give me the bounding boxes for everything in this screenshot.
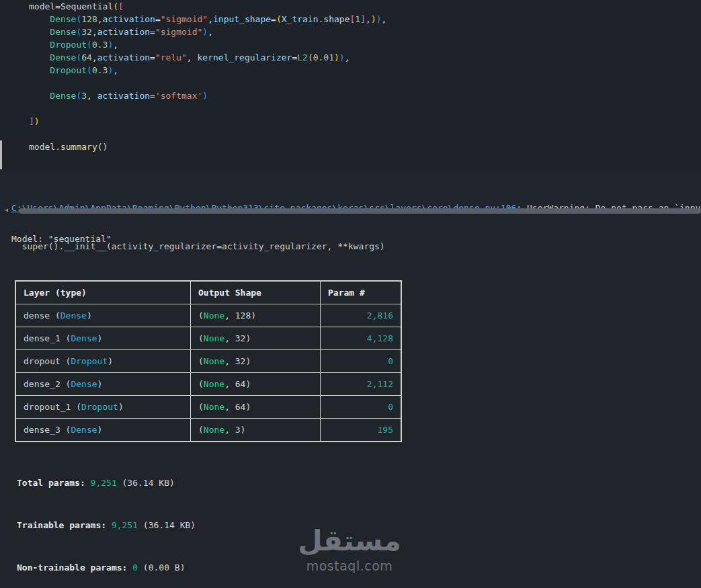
table-row: dense (Dense)(None, 128)2,816	[15, 304, 401, 327]
header-param-count: Param #	[321, 281, 402, 304]
param-count-cell: 195	[321, 419, 402, 442]
nontrainable-params-label: Non-trainable params:	[17, 562, 132, 573]
trainable-params-size: (36.14 KB)	[138, 520, 196, 530]
watermark-arabic-logo: مستقل	[276, 523, 423, 558]
code-line: Dropout(0.3),	[29, 64, 701, 77]
warning-output: C:\Users\Admin\AppData\Roaming\Python\Py…	[11, 176, 701, 278]
code-line: model=Sequential([	[29, 0, 701, 13]
header-layer-type: Layer (type)	[15, 281, 191, 304]
output-shape-cell: (None, 128)	[191, 304, 321, 327]
code-line: model.summary()	[29, 140, 701, 153]
code-line: Dense(3, activation='softmax')	[29, 89, 701, 102]
param-count-cell: 0	[321, 396, 402, 419]
total-params-label: Total params:	[17, 478, 91, 488]
trainable-params-label: Trainable params:	[17, 520, 112, 530]
total-params-size: (36.14 KB)	[117, 478, 175, 488]
code-line: Dropout(0.3),	[29, 38, 701, 51]
cell-focus-indicator	[0, 140, 2, 169]
code-line	[29, 77, 701, 89]
code-line	[29, 128, 701, 140]
watermark-domain: mostaql.com	[276, 558, 423, 573]
param-count-cell: 2,112	[321, 373, 402, 396]
code-line: Dense(64,activation="relu", kernel_regul…	[29, 51, 701, 64]
table-row: dropout_1 (Dropout)(None, 64)0	[15, 396, 401, 419]
nontrainable-params-size: (0.00 B)	[138, 562, 185, 573]
layer-name-cell: dense_3 (Dense)	[15, 419, 191, 442]
layer-name-cell: dense_2 (Dense)	[15, 373, 191, 396]
trainable-params-value: 9,251	[112, 520, 138, 530]
code-line: ])	[29, 115, 701, 128]
watermark: مستقل mostaql.com	[276, 523, 423, 573]
table-row: dense_2 (Dense)(None, 64)2,112	[15, 373, 401, 396]
table-header-row: Layer (type) Output Shape Param #	[15, 281, 401, 304]
total-params-value: 9,251	[91, 478, 117, 488]
code-editor[interactable]: model=Sequential([ Dense(128,activation=…	[0, 0, 701, 153]
param-count-cell: 0	[321, 350, 402, 373]
horizontal-scrollbar[interactable]: ◂	[0, 207, 701, 216]
model-summary-table: Layer (type) Output Shape Param # dense …	[15, 280, 402, 442]
code-cell[interactable]: model=Sequential([ Dense(128,activation=…	[0, 0, 701, 172]
output-shape-cell: (None, 3)	[191, 419, 321, 442]
output-shape-cell: (None, 64)	[191, 396, 321, 419]
table-row: dense_3 (Dense)(None, 3)195	[15, 419, 401, 442]
layer-name-cell: dropout (Dropout)	[15, 350, 191, 373]
table-row: dropout (Dropout)(None, 32)0	[15, 350, 401, 373]
layer-name-cell: dropout_1 (Dropout)	[15, 396, 191, 419]
trainable-params-line: Trainable params: 9,251 (36.14 KB)	[17, 519, 196, 532]
scroll-left-arrow-icon[interactable]: ◂	[4, 205, 9, 214]
code-line	[29, 102, 701, 115]
output-shape-cell: (None, 64)	[191, 373, 321, 396]
scrollbar-thumb[interactable]	[19, 208, 701, 214]
code-line: Dense(32,activation="sigmoid"),	[29, 26, 701, 38]
output-shape-cell: (None, 32)	[191, 350, 321, 373]
param-count-cell: 4,128	[321, 327, 402, 350]
table-row: dense_1 (Dense)(None, 32)4,128	[15, 327, 401, 350]
code-line: Dense(128,activation="sigmoid",input_sha…	[29, 13, 701, 26]
param-count-cell: 2,816	[321, 304, 402, 327]
layer-name-cell: dense (Dense)	[15, 304, 191, 327]
nontrainable-params-line: Non-trainable params: 0 (0.00 B)	[17, 561, 185, 574]
total-params-line: Total params: 9,251 (36.14 KB)	[17, 476, 175, 489]
notebook-page: model=Sequential([ Dense(128,activation=…	[0, 0, 701, 588]
header-output-shape: Output Shape	[191, 281, 321, 304]
warning-code-line: super().__init__(activity_regularizer=ac…	[11, 240, 701, 253]
model-title: Model: "sequential"	[11, 233, 112, 245]
output-shape-cell: (None, 32)	[191, 327, 321, 350]
nontrainable-params-value: 0	[132, 562, 138, 573]
layer-name-cell: dense_1 (Dense)	[15, 327, 191, 350]
